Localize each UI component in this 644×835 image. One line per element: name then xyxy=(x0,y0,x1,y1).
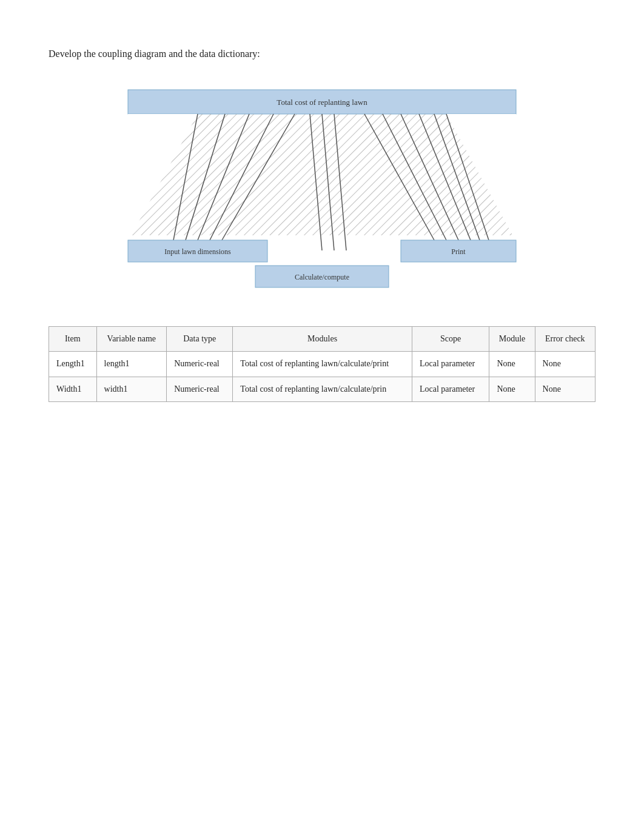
col-header-error: Error check xyxy=(535,327,595,352)
svg-text:Calculate/compute: Calculate/compute xyxy=(295,273,349,281)
table-row: Length1 length1 Numeric-real Total cost … xyxy=(49,352,595,377)
cell-scope: Local parameter xyxy=(412,377,489,401)
svg-text:Total cost of replanting lawn: Total cost of replanting lawn xyxy=(277,98,367,107)
cell-scope: Local parameter xyxy=(412,352,489,377)
cell-modules: Total cost of replanting lawn/calculate/… xyxy=(233,377,412,401)
cell-error: None xyxy=(535,377,595,401)
col-header-datatype: Data type xyxy=(167,327,233,352)
cell-datatype: Numeric-real xyxy=(167,377,233,401)
intro-text: Develop the coupling diagram and the dat… xyxy=(49,49,595,59)
svg-text:Input    lawn dimensions: Input lawn dimensions xyxy=(164,247,231,256)
cell-module: None xyxy=(489,352,535,377)
col-header-module: Module xyxy=(489,327,535,352)
cell-item: Length1 xyxy=(49,352,97,377)
table-header-row: Item Variable name Data type Modules Sco… xyxy=(49,327,595,352)
cell-item: Width1 xyxy=(49,377,97,401)
cell-modules: Total cost of replanting lawn/calculate/… xyxy=(233,352,412,377)
cell-datatype: Numeric-real xyxy=(167,352,233,377)
col-header-scope: Scope xyxy=(412,327,489,352)
cell-variable: width1 xyxy=(96,377,167,401)
coupling-diagram: Total cost of replanting lawn Input l xyxy=(104,84,540,290)
col-header-variable: Variable name xyxy=(96,327,167,352)
cell-error: None xyxy=(535,352,595,377)
data-dictionary-table: Item Variable name Data type Modules Sco… xyxy=(49,326,595,402)
cell-variable: length1 xyxy=(96,352,167,377)
table-row: Width1 width1 Numeric-real Total cost of… xyxy=(49,377,595,401)
cell-module: None xyxy=(489,377,535,401)
svg-text:Print: Print xyxy=(451,247,466,256)
col-header-modules: Modules xyxy=(233,327,412,352)
col-header-item: Item xyxy=(49,327,97,352)
